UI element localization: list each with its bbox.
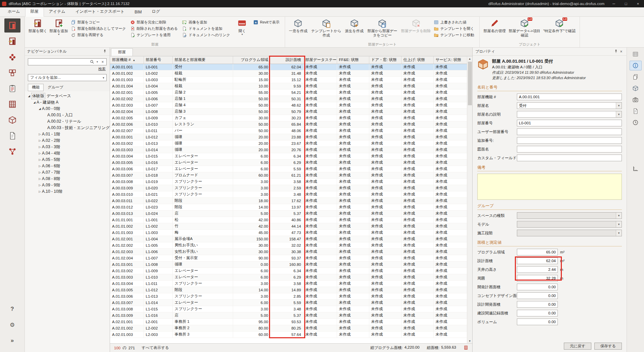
tree-expander-icon[interactable]: ▷ — [38, 165, 42, 168]
save-button[interactable]: 保存する — [594, 343, 622, 350]
nav-tab-グループ[interactable]: グループ — [44, 84, 67, 91]
documents-panel-icon[interactable] — [630, 106, 642, 116]
table-row[interactable]: A.01.02.001L1-004展示会場A150.00158.47未作成未作成… — [110, 236, 467, 242]
table-row[interactable]: A.00.03.009L0-020スプリンクラー3.002.59未作成未作成未作… — [110, 185, 467, 191]
ribbon-button[interactable]: 画像を追加 — [182, 19, 230, 25]
ribbon-button[interactable]: 部屋から部屋データをコピー — [365, 17, 400, 37]
property-combo[interactable]: ▾ — [517, 230, 622, 236]
column-header[interactable]: 設計面積 — [270, 56, 303, 64]
sidebar-checklist-icon[interactable] — [4, 81, 20, 96]
table-row[interactable]: A.00.02.007L0-011バー50.0048.06未作成未作成未作成未作… — [110, 127, 467, 134]
property-value[interactable] — [517, 155, 622, 161]
table-row[interactable]: A.00.03.011L0-022階段18.0017.62未作成未作成未作成未作… — [110, 197, 467, 204]
table-row[interactable]: A.00.03.012L0-023階段14.0013.97未作成未作成未作成未作… — [110, 204, 467, 210]
tree-expander-icon[interactable]: ▷ — [38, 158, 42, 161]
tree-item[interactable]: ▷A.02 - 2階 — [25, 137, 110, 144]
tree-expander-icon[interactable]: ◢ — [32, 101, 37, 104]
table-row[interactable]: A.00.02.006L0-010レストラン50.0065.84未作成未作成未作… — [110, 121, 467, 127]
property-value[interactable]: 0.00 — [517, 284, 558, 290]
table-row[interactable]: A.02.01.001L2-001事務所 195.0093.53未作成未作成未作… — [110, 318, 467, 325]
tree-item[interactable]: A.00.01 - 入口 — [25, 112, 110, 118]
table-row[interactable]: A.01.03.008L1-015スプリンクラー3.003.48未作成未作成未作… — [110, 306, 467, 312]
table-row[interactable]: A.00.02.005L0-009カフェ30.0030.23未作成未作成未作成未… — [110, 115, 467, 121]
search-options-chevron-icon[interactable]: ▾ — [95, 59, 100, 65]
column-header[interactable]: プログラム領域 — [233, 56, 270, 64]
bim-cube-icon[interactable] — [630, 83, 642, 93]
tree-expander-icon[interactable]: ▷ — [38, 152, 42, 155]
menu-tab-ホーム[interactable]: ホーム — [3, 7, 25, 16]
tree-item[interactable]: ▷A.06 - 6階 — [25, 163, 110, 169]
table-row[interactable]: A.00.01.004L0-004植栽10.009.59未作成未作成未作成未作成… — [110, 83, 467, 89]
table-row[interactable]: A.01.03.002L1-009エレベーター6.006.34未作成未作成未作成… — [110, 268, 467, 274]
sidebar-boxes-icon[interactable] — [4, 113, 20, 127]
sidebar-rooms-icon[interactable] — [4, 18, 20, 33]
ribbon-button[interactable]: 部屋名の管理 — [482, 17, 506, 33]
copy-pages-icon[interactable] — [630, 72, 642, 82]
property-value[interactable]: 65.00 — [517, 249, 558, 255]
ribbon-button[interactable]: テンプレートを開く — [434, 25, 474, 32]
table-row[interactable]: A.01.03.001L1-008循環0.00160.80未作成未作成未作成未作… — [110, 261, 467, 268]
table-row[interactable]: A.01.03.009L1-016店5.005.37未作成未作成未作成未作成未作… — [110, 312, 467, 318]
property-value[interactable] — [517, 137, 622, 144]
table-row[interactable]: A.01.01.002L1-002竹42.0044.14未作成未作成未作成未作成… — [110, 223, 467, 229]
table-row[interactable]: A.00.03.007L0-018プロムナード60.0061.21未作成未作成未… — [110, 172, 467, 178]
sidebar-room-open-icon[interactable] — [4, 34, 20, 48]
menu-tab-BIM[interactable]: BIM — [129, 8, 147, 16]
table-row[interactable]: A.00.01.001L0-001受付65.0062.04未作成未作成未作成未作… — [110, 64, 467, 70]
column-header[interactable]: 部屋番号 — [144, 56, 172, 64]
property-value[interactable]: 0.00 — [517, 292, 558, 299]
tree-item[interactable]: ▷A.01 - 1階 — [25, 131, 110, 137]
ribbon-button[interactable]: 部屋データを削除 — [400, 17, 432, 33]
minimize-button[interactable]: ─ — [608, 0, 620, 7]
camera-icon[interactable] — [630, 95, 642, 105]
help-icon[interactable]: ? — [4, 302, 20, 316]
table-row[interactable]: A.01.01.001L1-001松42.0040.86未作成未作成未作成未作成… — [110, 217, 467, 223]
tree-expander-icon[interactable]: ◢ — [38, 107, 42, 110]
menu-tab-アイテム[interactable]: アイテム — [44, 7, 70, 16]
table-row[interactable]: A.02.01.002L2-002事務所 280.0080.25未作成未作成未作… — [110, 325, 467, 331]
tree-item[interactable]: ▷A.08 - 8階 — [25, 176, 110, 182]
sidebar-items-icon[interactable] — [4, 50, 20, 64]
property-combo[interactable]: ▾ — [517, 111, 622, 118]
table-row[interactable]: A.01.03.007L1-014エレベーター6.005.59未作成未作成未作成… — [110, 299, 467, 306]
table-row[interactable]: A.02.01.003L2-003事務所 360.0057.64未作成未作成未作… — [110, 331, 467, 338]
tree-item[interactable]: ▷A.07 - 7階 — [25, 169, 110, 176]
property-value[interactable] — [517, 128, 622, 135]
measure-icon[interactable] — [630, 164, 642, 174]
table-row[interactable]: A.00.03.008L0-019スプリンクラー3.003.58未作成未作成未作… — [110, 178, 467, 185]
close-button[interactable]: × — [632, 0, 644, 7]
ribbon-button[interactable]: 部屋を削除済みとしてマーク — [71, 25, 126, 32]
table-row[interactable]: A.00.02.002L0-006店舗 150.0050.31未作成未作成未作成… — [110, 96, 467, 102]
search-link[interactable]: 検索 — [29, 66, 106, 71]
ribbon-button[interactable]: RRevitで表示 — [253, 19, 279, 25]
table-row[interactable]: A.01.01.003L1-003梅45.0047.73未作成未作成未作成未作成… — [110, 229, 467, 236]
scrollbar-thumb[interactable] — [468, 62, 472, 105]
ribbon-button[interactable]: 部屋を完全に削除 — [130, 19, 178, 25]
property-value[interactable] — [517, 146, 622, 153]
undo-button[interactable]: 元に戻す — [564, 343, 591, 350]
pin-icon[interactable] — [613, 49, 619, 54]
table-row[interactable]: A.00.03.010L0-021スプリンクラー3.003.48未作成未作成未作… — [110, 191, 467, 197]
table-row[interactable]: A.01.02.003L1-006女性お手洗い30.0030.38未作成未作成未… — [110, 248, 467, 255]
table-row[interactable]: A.01.03.005L1-012階段14.0014.89未作成未作成未作成未作… — [110, 287, 467, 293]
property-value[interactable]: 62.04 — [517, 257, 558, 264]
nav-tab-機能[interactable]: 機能 — [28, 84, 44, 91]
ribbon-button[interactable]: 一意を作成 — [288, 17, 308, 33]
ribbon-button[interactable]: 部屋を開く — [28, 17, 48, 33]
property-combo[interactable]: ▾ — [517, 212, 622, 219]
table-row[interactable]: A.01.02.002L1-005男性お手洗い30.0032.02未作成未作成未… — [110, 242, 467, 248]
tree-expander-icon[interactable]: ▷ — [38, 190, 42, 193]
table-row[interactable]: A.00.03.005L0-016エレベーター6.006.29未作成未作成未作成… — [110, 159, 467, 166]
scroll-down-icon[interactable]: ▼ — [469, 339, 471, 343]
tree-item[interactable]: A.00.02 - リテール — [25, 118, 110, 125]
property-value[interactable]: L0-001 — [517, 120, 622, 126]
property-value[interactable]: 0.00 — [517, 301, 558, 308]
tree-expander-icon[interactable]: ◢ — [27, 95, 31, 98]
ribbon-button[interactable]: テンプレートを適用 — [130, 32, 178, 38]
ribbon-button[interactable]: テンプレートから作成 — [309, 17, 344, 37]
ribbon-button[interactable]: 部屋を追加▾ — [49, 17, 69, 36]
tree-item[interactable]: ◢A.00 - 0階 — [25, 106, 110, 112]
sidebar-relations-icon[interactable] — [4, 144, 20, 159]
table-row[interactable]: A.00.03.013L0-024店5.005.37未作成未作成未作成未作成未作… — [110, 210, 467, 217]
ribbon-button[interactable]: 部屋を再開する — [71, 32, 126, 38]
